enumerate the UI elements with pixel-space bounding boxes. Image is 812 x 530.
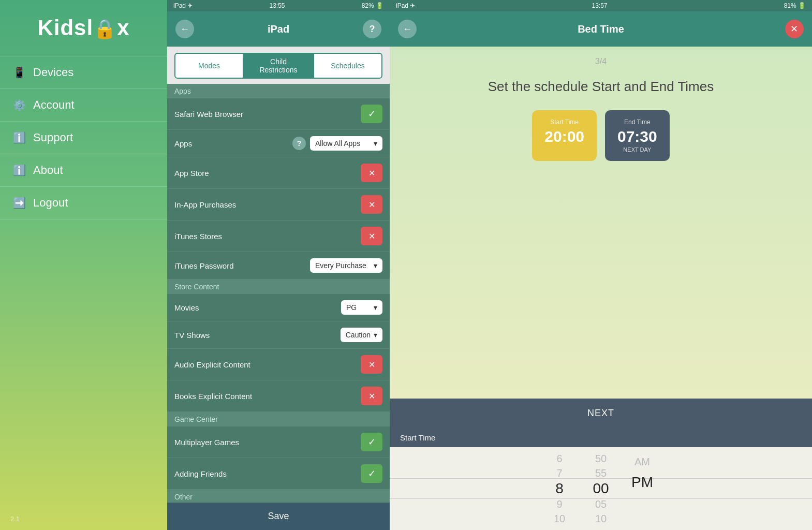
section-header-apps: Apps	[167, 84, 390, 98]
status-right: 81% 🔋	[784, 2, 806, 9]
toggle-itunes[interactable]: ✕	[361, 227, 382, 245]
status-right: 82% 🔋	[362, 2, 383, 9]
back-button-middle[interactable]: ←	[175, 20, 194, 38]
schedule-title: Set the schedule Start and End Times	[488, 79, 714, 95]
picker-min-50[interactable]: 50	[580, 451, 622, 466]
time-picker-columns[interactable]: 6 7 8 9 10 50 55 00 05 10 AM PM	[390, 447, 812, 530]
row-multiplayer[interactable]: Multiplayer Games ✓	[167, 426, 390, 458]
logo-container: Kidsl🔒x	[0, 0, 167, 51]
row-app-store[interactable]: App Store ✕	[167, 157, 390, 189]
toggle-app-store[interactable]: ✕	[361, 164, 382, 182]
row-movies[interactable]: Movies PG ▾	[167, 294, 390, 321]
status-time: 13:57	[592, 2, 607, 9]
sidebar-item-about[interactable]: ℹ️ About	[0, 154, 167, 186]
dropdown-value: PG	[346, 303, 357, 312]
row-label: Adding Friends	[174, 469, 361, 478]
toggle-in-app[interactable]: ✕	[361, 195, 382, 214]
sidebar-item-logout[interactable]: ➡️ Logout	[0, 186, 167, 219]
picker-min-55[interactable]: 55	[580, 466, 622, 480]
sidebar-item-label: Support	[33, 131, 73, 144]
toggle-safari[interactable]: ✓	[361, 105, 382, 123]
content-list: Apps Safari Web Browser ✓ Apps ? Allow A…	[167, 84, 390, 503]
picker-min-00[interactable]: 00	[580, 480, 622, 497]
row-label: TV Shows	[174, 331, 341, 340]
sidebar-item-devices[interactable]: 📱 Devices	[0, 56, 167, 89]
section-header-game: Game Center	[167, 412, 390, 426]
picker-period-empty	[622, 493, 663, 513]
picker-period-pm[interactable]: PM	[622, 472, 663, 493]
next-button[interactable]: NEXT	[390, 399, 812, 428]
save-button[interactable]: Save	[167, 503, 390, 530]
picker-hour-8[interactable]: 8	[539, 480, 580, 497]
row-label: iTunes Password	[174, 261, 310, 270]
picker-min-10[interactable]: 10	[580, 511, 622, 526]
devices-icon: 📱	[12, 66, 26, 79]
tab-child-restrictions[interactable]: Child Restrictions	[244, 53, 313, 79]
sidebar-item-label: About	[33, 164, 63, 177]
status-bar-middle: iPad ✈ 13:55 82% 🔋	[167, 0, 390, 11]
itunes-password-dropdown[interactable]: Every Purchase ▾	[310, 258, 382, 273]
picker-hours[interactable]: 6 7 8 9 10	[539, 451, 580, 526]
back-icon: ←	[403, 24, 412, 35]
right-content: 3/4 Set the schedule Start and End Times…	[390, 47, 812, 399]
picker-hour-10[interactable]: 10	[539, 511, 580, 526]
sidebar-item-label: Account	[33, 98, 75, 112]
toggle-multiplayer[interactable]: ✓	[361, 433, 382, 451]
question-icon[interactable]: ?	[292, 137, 306, 150]
help-button[interactable]: ?	[363, 20, 381, 38]
sidebar-item-label: Devices	[33, 66, 73, 79]
sidebar-item-account[interactable]: ⚙️ Account	[0, 89, 167, 121]
toggle-friends[interactable]: ✓	[361, 464, 382, 483]
logout-icon: ➡️	[12, 197, 26, 209]
chevron-down-icon: ▾	[374, 303, 377, 312]
picker-hour-6[interactable]: 6	[539, 451, 580, 466]
picker-minutes[interactable]: 50 55 00 05 10	[580, 451, 622, 526]
row-apps-dropdown[interactable]: Apps ? Allow All Apps ▾	[167, 130, 390, 157]
time-cards: Start Time 20:00 End Time 07:30 NEXT DAY	[532, 110, 669, 161]
row-label: Multiplayer Games	[174, 438, 361, 447]
tab-modes[interactable]: Modes	[174, 53, 244, 79]
sidebar-nav: 📱 Devices ⚙️ Account ℹ️ Support ℹ️ About…	[0, 56, 167, 219]
picker-min-05[interactable]: 05	[580, 497, 622, 511]
movies-dropdown[interactable]: PG ▾	[341, 300, 382, 315]
status-left: iPad ✈	[173, 2, 193, 9]
row-label: Audio Explicit Content	[174, 360, 361, 369]
row-itunes-stores[interactable]: iTunes Stores ✕	[167, 220, 390, 252]
row-safari[interactable]: Safari Web Browser ✓	[167, 98, 390, 130]
start-time-value: 20:00	[544, 128, 584, 145]
tv-shows-dropdown[interactable]: Caution ▾	[341, 328, 382, 342]
time-picker-section: Start Time 6 7 8 9 10 50 55 00 05 10 AM …	[390, 428, 812, 530]
close-button[interactable]: ✕	[785, 20, 804, 38]
picker-hour-7[interactable]: 7	[539, 466, 580, 480]
row-itunes-password[interactable]: iTunes Password Every Purchase ▾	[167, 252, 390, 279]
start-time-card[interactable]: Start Time 20:00	[532, 110, 597, 161]
toggle-audio[interactable]: ✕	[361, 355, 382, 374]
close-icon: ✕	[790, 23, 798, 35]
row-label: Movies	[174, 303, 341, 312]
apps-controls: ? Allow All Apps ▾	[292, 136, 382, 151]
middle-header: ← iPad ?	[167, 11, 390, 47]
time-picker-label: Start Time	[390, 428, 812, 447]
toggle-books[interactable]: ✕	[361, 387, 382, 405]
picker-periods[interactable]: AM PM	[622, 451, 663, 526]
sidebar-item-support[interactable]: ℹ️ Support	[0, 121, 167, 154]
right-title: Bed Time	[578, 23, 624, 35]
chevron-down-icon: ▾	[374, 139, 377, 148]
apps-dropdown[interactable]: Allow All Apps ▾	[310, 136, 382, 151]
row-books-explicit[interactable]: Books Explicit Content ✕	[167, 380, 390, 412]
middle-panel: iPad ✈ 13:55 82% 🔋 ← iPad ? Modes Child …	[167, 0, 390, 530]
middle-title: iPad	[268, 23, 289, 35]
dropdown-value: Every Purchase	[315, 261, 366, 270]
tab-schedules[interactable]: Schedules	[313, 53, 382, 79]
row-tv-shows[interactable]: TV Shows Caution ▾	[167, 321, 390, 349]
start-time-label: Start Time	[544, 119, 584, 126]
row-audio-explicit[interactable]: Audio Explicit Content ✕	[167, 349, 390, 380]
about-icon: ℹ️	[12, 164, 26, 176]
picker-period-am[interactable]: AM	[622, 451, 663, 472]
status-bar-right: iPad ✈ 13:57 81% 🔋	[390, 0, 812, 11]
picker-hour-9[interactable]: 9	[539, 497, 580, 511]
row-adding-friends[interactable]: Adding Friends ✓	[167, 458, 390, 490]
back-button-right[interactable]: ←	[398, 20, 417, 38]
row-in-app-purchases[interactable]: In-App Purchases ✕	[167, 189, 390, 220]
end-time-card[interactable]: End Time 07:30 NEXT DAY	[605, 110, 670, 161]
